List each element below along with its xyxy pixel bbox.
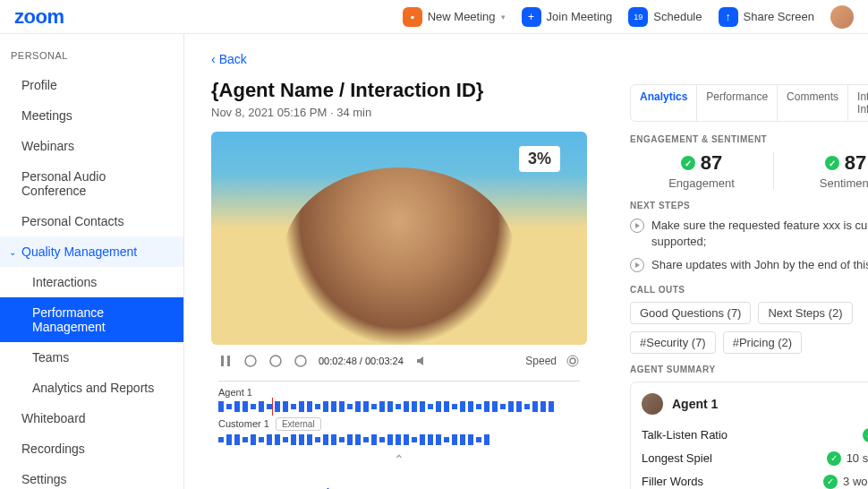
track-agent-label: Agent 1 xyxy=(218,387,580,398)
sidebar-item-settings[interactable]: Settings xyxy=(0,464,183,489)
metric-label: Talk-Listen Ratio xyxy=(642,428,728,442)
sidebar-item-teams[interactable]: Teams xyxy=(0,342,183,373)
check-icon: ✓ xyxy=(863,428,868,442)
play-icon xyxy=(630,258,644,272)
sentiment-score: 87 xyxy=(845,151,866,175)
svg-point-3 xyxy=(270,356,281,366)
sidebar-item-webinars[interactable]: Webinars xyxy=(0,131,183,161)
page-title: {Agent Name / Interaction ID} xyxy=(211,79,587,102)
sidebar-item-profile[interactable]: Profile xyxy=(0,70,183,100)
external-badge: External xyxy=(276,417,321,431)
video-player[interactable]: 3% xyxy=(211,132,587,345)
rewind-15-icon[interactable] xyxy=(243,354,258,368)
video-icon: ▪ xyxy=(403,7,422,27)
playback-time: 00:02:48 / 00:03:24 xyxy=(319,356,404,366)
calendar-icon: 19 xyxy=(628,7,648,27)
sidebar-item-interactions[interactable]: Interactions xyxy=(0,267,183,297)
svg-point-6 xyxy=(567,356,578,366)
engagement-label: Engagement xyxy=(630,176,773,190)
sidebar-item-whiteboard[interactable]: Whiteboard xyxy=(0,403,183,433)
pause-icon[interactable] xyxy=(218,354,233,368)
user-avatar[interactable] xyxy=(830,5,854,29)
collapse-icon[interactable]: ⌃ xyxy=(211,449,587,470)
agent-summary-header: AGENT SUMMARY xyxy=(630,365,868,374)
sidebar-item-analytics-reports[interactable]: Analytics and Reports xyxy=(0,373,183,403)
metric-label: Filler Words xyxy=(642,475,703,488)
svg-rect-1 xyxy=(227,356,230,366)
rtab-interaction-info[interactable]: Interaction Info xyxy=(848,85,868,121)
waveform-agent[interactable] xyxy=(218,399,580,414)
agent-name: Agent 1 xyxy=(672,397,718,411)
rtab-performance[interactable]: Performance xyxy=(697,85,778,121)
rtab-comments[interactable]: Comments xyxy=(778,85,848,121)
rtab-analytics[interactable]: Analytics xyxy=(631,85,697,121)
check-icon: ✓ xyxy=(827,451,841,466)
sidebar-item-meetings[interactable]: Meetings xyxy=(0,100,183,131)
sidebar-section-label: PERSONAL xyxy=(0,50,183,70)
progress-bar[interactable] xyxy=(218,381,580,382)
engagement-score: 87 xyxy=(701,151,722,175)
plus-icon: + xyxy=(522,7,541,27)
callout-tag[interactable]: #Pricing (2) xyxy=(723,331,802,354)
loop-icon[interactable] xyxy=(294,354,308,368)
share-icon: ↑ xyxy=(719,7,738,27)
playhead[interactable] xyxy=(272,398,273,416)
sidebar: PERSONAL Profile Meetings Webinars Perso… xyxy=(0,34,184,489)
sidebar-item-recordings[interactable]: Recordings xyxy=(0,433,183,464)
chevron-down-icon: ▾ xyxy=(501,13,506,21)
callouts-header: CALL OUTS xyxy=(630,285,868,295)
gear-icon[interactable] xyxy=(566,354,580,368)
track-customer-label: Customer 1 External xyxy=(218,417,580,431)
metric-value: 10 seconds xyxy=(847,451,868,465)
engagement-header: ENGAGEMENT & SENTIMENT xyxy=(630,134,868,144)
new-meeting-button[interactable]: ▪ New Meeting ▾ xyxy=(403,7,506,27)
sidebar-item-contacts[interactable]: Personal Contacts xyxy=(0,206,183,236)
agent-summary-card: Agent 1 Talk-Listen Ratio✓57% Longest Sp… xyxy=(630,382,868,489)
recording-meta: Nov 8, 2021 05:16 PM · 34 min xyxy=(211,106,587,119)
share-screen-button[interactable]: ↑ Share Screen xyxy=(719,7,815,27)
svg-point-2 xyxy=(245,356,256,366)
back-button[interactable]: ‹ Back xyxy=(211,52,841,66)
next-step-item[interactable]: Make sure the requested feature xxx is c… xyxy=(630,218,868,250)
sentiment-label: Sentiment xyxy=(774,176,868,190)
metric-value: 3 words/min xyxy=(843,475,868,488)
sidebar-item-quality-mgmt[interactable]: ⌄ Quality Management xyxy=(0,236,183,267)
check-icon: ✓ xyxy=(681,156,695,170)
callout-tag[interactable]: #Security (7) xyxy=(630,331,716,354)
play-icon xyxy=(630,219,644,233)
agent-avatar xyxy=(642,393,663,415)
chevron-down-icon: ⌄ xyxy=(9,247,16,257)
chevron-left-icon: ‹ xyxy=(211,52,216,66)
tab-transcript[interactable]: Transcript xyxy=(281,477,342,489)
next-step-item[interactable]: Share updates with John by the end of th… xyxy=(630,257,868,273)
check-icon: ✓ xyxy=(823,475,838,489)
svg-rect-0 xyxy=(221,356,224,366)
metric-label: Longest Spiel xyxy=(642,451,712,465)
tab-summary[interactable]: Summary xyxy=(211,477,265,489)
callout-tag[interactable]: Next Steps (2) xyxy=(758,302,852,324)
volume-icon[interactable] xyxy=(414,354,429,368)
overlay-badge: 3% xyxy=(519,146,560,172)
waveform-customer[interactable] xyxy=(218,433,580,447)
svg-point-5 xyxy=(570,358,575,364)
svg-point-4 xyxy=(295,356,306,366)
zoom-logo: zoom xyxy=(14,5,64,29)
check-icon: ✓ xyxy=(825,156,839,170)
sidebar-item-performance-mgmt[interactable]: Performance Management xyxy=(0,297,183,342)
schedule-button[interactable]: 19 Schedule xyxy=(628,7,702,27)
callout-tag[interactable]: Good Questions (7) xyxy=(630,302,751,324)
speed-button[interactable]: Speed xyxy=(525,355,557,367)
sidebar-item-audio-conf[interactable]: Personal Audio Conference xyxy=(0,161,183,206)
forward-15-icon[interactable] xyxy=(268,354,283,368)
next-steps-header: NEXT STEPS xyxy=(630,201,868,210)
join-meeting-button[interactable]: + Join Meeting xyxy=(522,7,613,27)
